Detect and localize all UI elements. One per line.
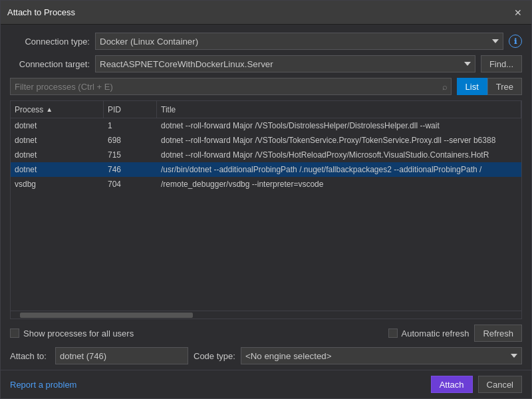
pid-cell: 746	[104, 162, 157, 177]
connection-target-label: Connection target:	[10, 59, 90, 69]
auto-refresh-checkbox[interactable]: Automatic refresh	[388, 329, 469, 338]
show-all-checkbox[interactable]: Show processes for all users	[10, 329, 134, 338]
tree-view-button[interactable]: Tree	[487, 78, 522, 95]
connection-type-row: Connection type: Docker (Linux Container…	[10, 33, 522, 50]
attach-value-input[interactable]	[55, 347, 188, 364]
info-icon[interactable]: ℹ	[509, 35, 522, 48]
options-row: Show processes for all users Automatic r…	[10, 325, 522, 342]
title-cell: /usr/bin/dotnet --additionalProbingPath …	[157, 162, 521, 177]
view-toggle: List Tree	[457, 78, 522, 95]
attach-row: Attach to: Code type: <No engine selecte…	[10, 347, 522, 364]
connection-target-row: Connection target: ReactASPNETCoreWithDo…	[10, 55, 522, 72]
footer-row: Report a problem Attach Cancel	[1, 370, 531, 398]
show-all-label: Show processes for all users	[23, 329, 134, 338]
find-button[interactable]: Find...	[481, 55, 522, 72]
pid-cell: 1	[104, 118, 157, 133]
title-cell: /remote_debugger/vsdbg --interpreter=vsc…	[157, 177, 521, 192]
sort-asc-icon: ▲	[46, 106, 53, 113]
process-table: Process ▲ PID Title dotnet1dotnet --roll…	[10, 100, 522, 319]
connection-target-select[interactable]: ReactASPNETCoreWithDockerLinux.Server	[95, 55, 475, 72]
bottom-section: Show processes for all users Automatic r…	[1, 319, 531, 370]
filter-input-wrap: ⌕	[10, 78, 452, 95]
connection-type-label: Connection type:	[10, 37, 90, 47]
process-cell: dotnet	[11, 162, 104, 177]
attach-button[interactable]: Attach	[431, 376, 473, 393]
title-cell: dotnet --roll-forward Major /VSTools/Dis…	[157, 118, 521, 133]
filter-input[interactable]	[10, 78, 452, 95]
attach-to-process-dialog: Attach to Process ✕ Connection type: Doc…	[0, 0, 532, 399]
show-all-checkbox-box	[10, 329, 19, 338]
table-row[interactable]: dotnet715dotnet --roll-forward Major /VS…	[11, 148, 521, 162]
report-problem-link[interactable]: Report a problem	[10, 380, 76, 390]
pid-cell: 715	[104, 148, 157, 162]
title-cell: dotnet --roll-forward Major /VSTools/Tok…	[157, 133, 521, 148]
process-cell: dotnet	[11, 133, 104, 148]
scrollbar-track	[20, 313, 193, 318]
pid-cell: 698	[104, 133, 157, 148]
cancel-button[interactable]: Cancel	[478, 376, 522, 393]
dialog-body: Connection type: Docker (Linux Container…	[1, 25, 531, 319]
connection-type-select[interactable]: Docker (Linux Container)	[95, 33, 503, 50]
close-button[interactable]: ✕	[511, 6, 525, 19]
auto-refresh-checkbox-box	[388, 329, 398, 338]
pid-column-header[interactable]: PID	[104, 101, 157, 118]
table-row[interactable]: dotnet746/usr/bin/dotnet --additionalPro…	[11, 162, 521, 177]
attach-to-label: Attach to:	[10, 351, 50, 361]
filter-row: ⌕ List Tree	[10, 78, 522, 95]
process-column-header[interactable]: Process ▲	[11, 101, 104, 118]
refresh-button[interactable]: Refresh	[474, 325, 522, 342]
table-row[interactable]: dotnet1dotnet --roll-forward Major /VSTo…	[11, 118, 521, 133]
title-column-header[interactable]: Title	[157, 101, 521, 118]
code-type-select[interactable]: <No engine selected>	[241, 347, 522, 364]
process-cell: dotnet	[11, 118, 104, 133]
process-table-body[interactable]: dotnet1dotnet --roll-forward Major /VSTo…	[11, 118, 521, 311]
horizontal-scrollbar[interactable]	[11, 311, 521, 319]
process-cell: vsdbg	[11, 177, 104, 192]
table-row[interactable]: dotnet698dotnet --roll-forward Major /VS…	[11, 133, 521, 148]
table-header: Process ▲ PID Title	[11, 101, 521, 118]
dialog-title: Attach to Process	[7, 7, 75, 17]
process-cell: dotnet	[11, 148, 104, 162]
auto-refresh-label: Automatic refresh	[402, 329, 469, 338]
code-type-label: Code type:	[194, 351, 235, 361]
title-cell: dotnet --roll-forward Major /VSTools/Hot…	[157, 148, 521, 162]
table-row[interactable]: vsdbg704/remote_debugger/vsdbg --interpr…	[11, 177, 521, 192]
pid-cell: 704	[104, 177, 157, 192]
list-view-button[interactable]: List	[457, 78, 487, 95]
title-bar: Attach to Process ✕	[1, 1, 531, 25]
